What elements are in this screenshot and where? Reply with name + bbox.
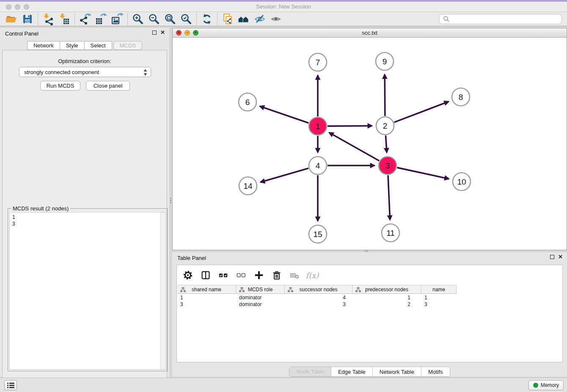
column-header-mcds-role[interactable]: MCDS role	[236, 285, 285, 294]
first-neighbors-icon[interactable]	[236, 12, 252, 26]
optimization-criterion-label: Optimization criterion:	[3, 58, 167, 64]
table-toolbar: f(x)	[182, 268, 318, 282]
graph-node-label: 8	[459, 93, 463, 102]
show-eye-icon[interactable]	[268, 12, 284, 26]
vertical-splitter-handle[interactable]	[170, 197, 172, 203]
hierarchy-icon	[355, 287, 361, 293]
hide-eye-icon[interactable]	[252, 12, 268, 26]
column-header-predecessor-nodes[interactable]: predecessor nodes	[352, 285, 421, 294]
zoom-out-icon[interactable]	[146, 12, 162, 26]
application-window: Session: New Session	[0, 0, 567, 392]
deselect-all-icon[interactable]	[235, 269, 247, 281]
result-scrollbar[interactable]	[160, 213, 165, 369]
network-window-titlebar[interactable]: ✕ − + scc.txt	[173, 28, 567, 38]
network-canvas[interactable]: 7968124314101511	[173, 38, 567, 250]
export-network-icon[interactable]	[77, 12, 93, 26]
status-bar: Memory	[0, 378, 567, 392]
close-panel-icon[interactable]: ✕	[160, 30, 165, 35]
export-image-icon[interactable]	[109, 12, 125, 26]
cell-name[interactable]: 3	[421, 301, 457, 308]
search-field[interactable]	[439, 14, 562, 24]
criterion-dropdown[interactable]: strongly connected component	[19, 67, 151, 77]
cell-shared-name[interactable]: 1	[177, 294, 236, 301]
table-header-row: shared name MCDS role successor nodes pr…	[177, 285, 457, 294]
cell-predecessor-nodes[interactable]: 1	[352, 294, 421, 301]
column-header-successor-nodes[interactable]: successor nodes	[285, 285, 352, 294]
cell-shared-name[interactable]: 3	[177, 301, 236, 308]
table-row[interactable]: 3 dominator 3 2 3	[177, 301, 562, 308]
result-line: 1	[12, 214, 15, 221]
column-label: MCDS role	[248, 287, 273, 293]
graph-node-label: 9	[383, 57, 387, 66]
graph-edge[interactable]	[328, 126, 372, 126]
graph-edge[interactable]	[385, 135, 387, 152]
graph-edge[interactable]	[397, 168, 449, 179]
import-network-icon[interactable]	[40, 12, 56, 26]
cell-predecessor-nodes[interactable]: 2	[352, 301, 421, 308]
graph-node-label: 2	[383, 121, 388, 130]
zoom-selected-icon[interactable]	[178, 12, 194, 26]
zoom-fit-icon[interactable]	[162, 12, 178, 26]
graph-edge[interactable]	[394, 102, 449, 122]
copy-network-icon[interactable]	[220, 12, 236, 26]
graph-edge[interactable]	[329, 133, 379, 160]
graph-edge[interactable]	[260, 106, 308, 123]
function-builder-icon[interactable]: f(x)	[306, 269, 318, 281]
graph-node-label: 10	[457, 177, 466, 186]
tab-node-table[interactable]: Node Table	[289, 367, 331, 376]
graph-node-label: 3	[385, 161, 390, 170]
gear-icon[interactable]	[182, 269, 194, 281]
tab-mcds[interactable]: MCDS	[113, 41, 142, 50]
float-panel-icon[interactable]	[550, 255, 554, 259]
control-panel-title: Control Panel	[5, 30, 39, 37]
tab-style[interactable]: Style	[60, 41, 85, 50]
mcds-result-textarea[interactable]: 1 3	[9, 212, 166, 370]
table-row[interactable]: 1 dominator 4 1 1	[177, 294, 562, 301]
import-table-icon[interactable]	[56, 12, 72, 26]
column-label: successor nodes	[299, 287, 337, 293]
refresh-icon[interactable]	[199, 12, 215, 26]
tab-edge-table[interactable]: Edge Table	[331, 367, 372, 376]
column-header-shared-name[interactable]: shared name	[177, 285, 236, 294]
tab-select[interactable]: Select	[85, 41, 112, 50]
column-header-name[interactable]: name	[421, 285, 457, 294]
select-all-icon[interactable]	[217, 269, 229, 281]
network-window-title: scc.txt	[173, 30, 567, 36]
graph-edge[interactable]	[388, 175, 390, 220]
task-history-button[interactable]	[4, 380, 17, 390]
network-view-window: ✕ − + scc.txt 7968124314101511	[172, 28, 567, 250]
graph-node-label: 7	[316, 58, 320, 67]
cell-successor-nodes[interactable]: 4	[285, 294, 352, 301]
tab-motifs[interactable]: Motifs	[421, 367, 450, 376]
zoom-in-icon[interactable]	[130, 12, 146, 26]
trash-icon[interactable]	[271, 269, 283, 281]
delete-table-icon[interactable]	[289, 269, 300, 281]
tab-network-table[interactable]: Network Table	[372, 367, 421, 376]
control-panel-header: Control Panel ✕	[0, 28, 169, 39]
graph-node-label: 11	[386, 229, 395, 237]
main-toolbar	[0, 12, 567, 26]
tab-network[interactable]: Network	[27, 41, 60, 50]
folder-open-icon[interactable]	[3, 12, 19, 26]
table-panel-header: Table Panel ✕	[172, 252, 567, 263]
window-title: Session: New Session	[0, 3, 567, 10]
close-panel-icon[interactable]: ✕	[558, 255, 563, 259]
close-panel-button[interactable]: Close panel	[86, 81, 130, 91]
table-panel-title: Table Panel	[177, 255, 206, 261]
run-mcds-button[interactable]: Run MCDS	[40, 81, 80, 91]
float-panel-icon[interactable]	[152, 30, 157, 35]
memory-button[interactable]: Memory	[528, 380, 564, 390]
search-input[interactable]	[450, 16, 561, 22]
export-table-icon[interactable]	[93, 12, 109, 26]
node-table-container: f(x) shared name MCDS role successor nod…	[176, 265, 563, 362]
save-icon[interactable]	[19, 12, 36, 26]
graph-edge[interactable]	[385, 75, 385, 116]
cell-mcds-role[interactable]: dominator	[236, 301, 285, 308]
graph-edge[interactable]	[261, 168, 308, 182]
cell-successor-nodes[interactable]: 3	[285, 301, 352, 308]
add-column-icon[interactable]	[253, 269, 265, 281]
cell-name[interactable]: 1	[421, 294, 457, 301]
columns-icon[interactable]	[200, 269, 212, 281]
column-label: predecessor nodes	[365, 287, 408, 293]
cell-mcds-role[interactable]: dominator	[236, 294, 285, 301]
